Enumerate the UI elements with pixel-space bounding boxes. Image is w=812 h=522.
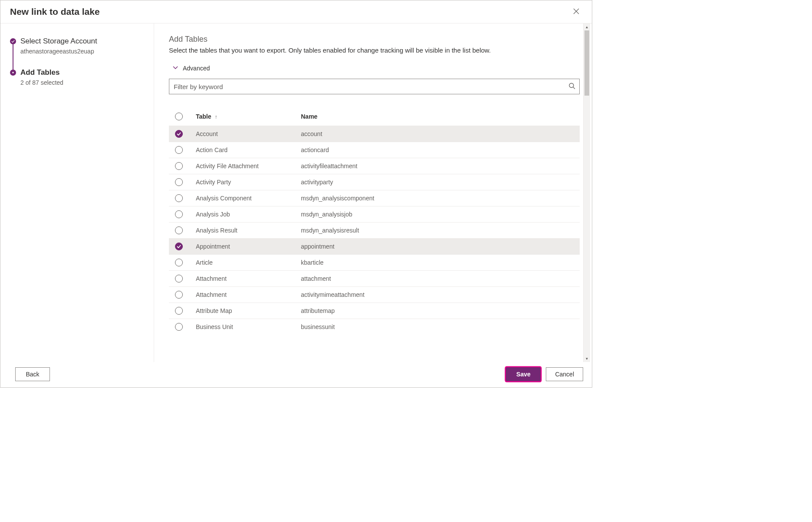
table-row[interactable]: Articlekbarticle	[169, 254, 580, 270]
cancel-button[interactable]: Cancel	[546, 367, 583, 381]
search-icon	[568, 83, 575, 91]
row-checkbox[interactable]	[175, 307, 183, 315]
table-row[interactable]: Activity File Attachmentactivityfileatta…	[169, 158, 580, 174]
filter-field	[169, 79, 580, 94]
row-table-name: appointment	[301, 243, 580, 250]
row-checkbox[interactable]	[175, 194, 183, 202]
close-icon	[573, 8, 579, 16]
table-header-table[interactable]: Table ↑	[196, 113, 301, 120]
save-button[interactable]: Save	[506, 367, 541, 381]
section-heading: Add Tables	[169, 35, 580, 44]
table-row[interactable]: Accountaccount	[169, 126, 580, 142]
row-table-display: Action Card	[196, 146, 301, 153]
row-table-name: activityfileattachment	[301, 163, 580, 170]
table-row[interactable]: Appointmentappointment	[169, 238, 580, 254]
row-table-display: Activity Party	[196, 179, 301, 186]
table-row[interactable]: Analysis Componentmsdyn_analysiscomponen…	[169, 190, 580, 206]
table-row[interactable]: Action Cardactioncard	[169, 142, 580, 158]
step2-subtitle: 2 of 87 selected	[20, 78, 145, 87]
main-pane: Add Tables Select the tables that you wa…	[154, 23, 592, 362]
row-table-name: msdyn_analysisjob	[301, 211, 580, 218]
row-table-display: Analysis Result	[196, 227, 301, 234]
dialog-new-link-data-lake: New link to data lake Select Storage Acc…	[0, 0, 592, 388]
table-row[interactable]: Attachmentattachment	[169, 270, 580, 286]
vertical-scrollbar[interactable]: ▲ ▼	[583, 23, 590, 362]
advanced-label: Advanced	[183, 65, 210, 72]
svg-line-2	[573, 87, 575, 89]
filter-input[interactable]	[169, 79, 580, 94]
table-col-label: Table	[196, 113, 211, 120]
tables-list: Table ↑ Name AccountaccountAction Cardac…	[169, 107, 580, 335]
row-table-name: attachment	[301, 275, 580, 282]
step-current-icon	[10, 70, 16, 76]
svg-point-0	[12, 72, 14, 73]
row-table-name: attributemap	[301, 307, 580, 314]
row-table-display: Attribute Map	[196, 307, 301, 314]
scroll-thumb[interactable]	[584, 30, 589, 96]
step-select-storage-account[interactable]: Select Storage Account athenastorageeast…	[10, 37, 145, 68]
table-row[interactable]: Business Unitbusinessunit	[169, 319, 580, 335]
table-row[interactable]: Attachmentactivitymimeattachment	[169, 286, 580, 303]
row-table-name: actioncard	[301, 146, 580, 153]
row-checkbox[interactable]	[175, 130, 183, 138]
row-checkbox[interactable]	[175, 162, 183, 170]
row-table-name: msdyn_analysiscomponent	[301, 195, 580, 202]
select-all-checkbox[interactable]	[175, 113, 183, 120]
row-checkbox[interactable]	[175, 259, 183, 266]
row-table-name: activityparty	[301, 179, 580, 186]
row-checkbox[interactable]	[175, 146, 183, 154]
row-checkbox[interactable]	[175, 243, 183, 250]
table-header-name[interactable]: Name	[301, 113, 580, 120]
table-row[interactable]: Analysis Resultmsdyn_analysisresult	[169, 222, 580, 238]
row-checkbox[interactable]	[175, 226, 183, 234]
main-scroll-area[interactable]: Add Tables Select the tables that you wa…	[169, 35, 592, 362]
row-table-display: Business Unit	[196, 323, 301, 330]
step-completed-icon	[10, 38, 16, 44]
dialog-body: Select Storage Account athenastorageeast…	[0, 23, 592, 362]
row-table-display: Analysis Job	[196, 211, 301, 218]
row-table-display: Activity File Attachment	[196, 163, 301, 170]
row-table-display: Attachment	[196, 275, 301, 282]
dialog-header: New link to data lake	[0, 0, 592, 23]
dialog-title: New link to data lake	[10, 7, 100, 17]
back-button[interactable]: Back	[15, 367, 50, 381]
row-table-name: kbarticle	[301, 259, 580, 266]
row-table-display: Analysis Component	[196, 195, 301, 202]
step-add-tables[interactable]: Add Tables 2 of 87 selected	[10, 68, 145, 87]
row-table-name: msdyn_analysisresult	[301, 227, 580, 234]
dialog-footer: Back Save Cancel	[0, 362, 592, 387]
scroll-down-arrow-icon[interactable]: ▼	[584, 355, 590, 362]
row-checkbox[interactable]	[175, 323, 183, 331]
advanced-toggle[interactable]: Advanced	[169, 64, 580, 72]
row-checkbox[interactable]	[175, 178, 183, 186]
row-table-display: Account	[196, 130, 301, 137]
row-table-name: account	[301, 130, 580, 137]
row-checkbox[interactable]	[175, 275, 183, 283]
step2-title: Add Tables	[20, 68, 145, 77]
table-row[interactable]: Attribute Mapattributemap	[169, 303, 580, 319]
row-table-name: activitymimeattachment	[301, 291, 580, 298]
step1-title: Select Storage Account	[20, 37, 145, 46]
row-table-display: Article	[196, 259, 301, 266]
step1-subtitle: athenastorageeastus2euap	[20, 47, 145, 56]
sort-ascending-icon: ↑	[215, 114, 217, 120]
scroll-up-arrow-icon[interactable]: ▲	[584, 23, 590, 30]
row-table-name: businessunit	[301, 323, 580, 330]
table-row[interactable]: Activity Partyactivityparty	[169, 174, 580, 190]
row-table-display: Appointment	[196, 243, 301, 250]
row-checkbox[interactable]	[175, 210, 183, 218]
row-checkbox[interactable]	[175, 291, 183, 299]
table-header-row: Table ↑ Name	[169, 107, 580, 126]
chevron-down-icon	[172, 64, 178, 72]
table-row[interactable]: Analysis Jobmsdyn_analysisjob	[169, 206, 580, 222]
section-description: Select the tables that you want to expor…	[169, 47, 580, 54]
svg-point-1	[569, 83, 574, 88]
stepper-sidebar: Select Storage Account athenastorageeast…	[0, 23, 154, 362]
close-button[interactable]	[569, 5, 583, 19]
row-table-display: Attachment	[196, 291, 301, 298]
